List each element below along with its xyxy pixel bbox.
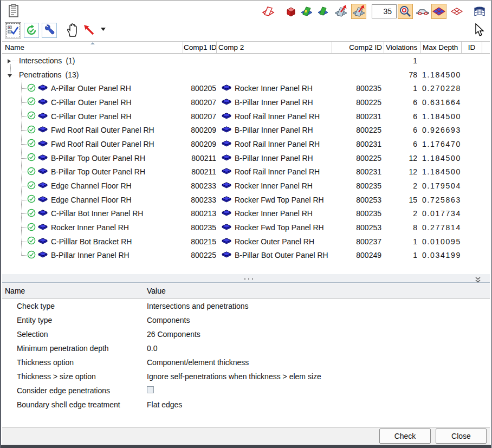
detail-row[interactable]: Boundary shell edge treatmentFlat edges bbox=[2, 398, 490, 412]
results-tree: Intersections(1) 1 Penetrations(13) 78 1… bbox=[2, 54, 490, 275]
component-icon bbox=[222, 84, 231, 93]
footer-bar: Check Close bbox=[2, 427, 490, 445]
expand-expanded-icon[interactable] bbox=[8, 74, 12, 77]
check-button[interactable]: Check bbox=[379, 428, 431, 444]
penetration-row[interactable]: Edge Channel Floor RH 800233 Rocker Fwd … bbox=[2, 193, 490, 207]
component-icon bbox=[222, 140, 231, 148]
details-header-name: Name bbox=[2, 287, 147, 295]
penetration-row[interactable]: Rocker Inner Panel RH 800235 Rocker Fwd … bbox=[2, 220, 490, 235]
column-header-comp2-id[interactable]: Comp2 ID bbox=[332, 42, 384, 53]
component-icon bbox=[38, 126, 48, 134]
check-ok-icon bbox=[27, 194, 36, 205]
tree-group-intersections[interactable]: Intersections(1) 1 bbox=[2, 54, 490, 68]
report-document-icon[interactable] bbox=[7, 4, 21, 18]
expand-collapsed-icon[interactable] bbox=[8, 59, 11, 63]
component-icon bbox=[222, 209, 231, 218]
mesh-table-icon[interactable] bbox=[472, 4, 487, 19]
details-header: Name Value bbox=[2, 283, 490, 299]
depth-number-input[interactable] bbox=[372, 4, 397, 18]
detail-row[interactable]: Minimum penetration depth0.0 bbox=[2, 341, 490, 355]
component-icon bbox=[222, 112, 231, 121]
component-icon bbox=[222, 251, 231, 259]
penetration-row[interactable]: Fwd Roof Rail Outer Panel RH 800209 Roof… bbox=[2, 137, 490, 151]
penetration-vector-icon[interactable] bbox=[333, 4, 348, 19]
check-ok-icon bbox=[27, 223, 36, 233]
detail-row[interactable]: Thickness optionComponent/element thickn… bbox=[2, 355, 490, 369]
check-ok-icon bbox=[27, 167, 36, 177]
component-icon bbox=[38, 181, 48, 190]
window-bottom-edge bbox=[1, 445, 491, 448]
detail-row[interactable]: Check typeIntersections and penetrations bbox=[2, 299, 490, 313]
detail-row[interactable]: Consider edge penetrations bbox=[2, 384, 490, 398]
toolbar-top bbox=[2, 1, 490, 21]
penetration-check-window: Name Comp1 ID Comp 2 Comp2 ID Violations… bbox=[0, 0, 492, 448]
column-header-violations[interactable]: Violations bbox=[384, 42, 421, 53]
component-icon bbox=[38, 167, 48, 176]
results-table-header: Name Comp1 ID Comp 2 Comp2 ID Violations… bbox=[2, 41, 490, 54]
component-icon bbox=[38, 140, 48, 148]
check-ok-icon bbox=[27, 153, 36, 163]
tools-icon[interactable] bbox=[42, 23, 57, 38]
details-header-value: Value bbox=[147, 287, 166, 295]
toolbar-second bbox=[2, 21, 490, 41]
detail-row[interactable]: Selection26 Components bbox=[2, 327, 490, 341]
splitter-handle-icon[interactable] bbox=[244, 278, 253, 280]
column-header-max-depth[interactable]: Max Depth bbox=[421, 42, 462, 53]
column-header-name[interactable]: Name bbox=[2, 42, 183, 53]
select-arrow-icon[interactable] bbox=[81, 22, 98, 38]
component-icon bbox=[222, 237, 231, 246]
contour-result-icon[interactable] bbox=[299, 4, 314, 19]
component-icon bbox=[222, 223, 231, 232]
penetration-row[interactable]: B-Pillar Top Outer Panel RH 800211 B-Pil… bbox=[2, 151, 490, 165]
check-settings-icon[interactable] bbox=[5, 22, 21, 38]
review-zoom-icon[interactable] bbox=[398, 4, 413, 19]
detail-row[interactable]: Entity typeComponents bbox=[2, 313, 490, 327]
mesh-highlight-icon[interactable] bbox=[431, 4, 446, 19]
component-icon bbox=[38, 209, 48, 218]
recompute-icon[interactable] bbox=[24, 23, 39, 38]
check-ok-icon bbox=[27, 181, 36, 191]
penetration-row[interactable]: C-Pillar Bot Inner Panel RH 800213 Rocke… bbox=[2, 207, 490, 221]
component-icon bbox=[38, 251, 48, 259]
component-icon bbox=[38, 223, 48, 232]
penetration-row[interactable]: A-Pillar Outer Panel RH 800205 Rocker In… bbox=[2, 81, 490, 95]
penetration-row[interactable]: C-Pillar Outer Panel RH 800207 Roof Rail… bbox=[2, 109, 490, 124]
check-ok-icon bbox=[27, 111, 36, 121]
detail-row[interactable]: Thickness > size optionIgnore self-penet… bbox=[2, 369, 490, 384]
penetration-row[interactable]: B-Pillar Top Outer Panel RH 800211 Roof … bbox=[2, 165, 490, 179]
car-model-icon[interactable] bbox=[415, 4, 430, 19]
contour-result-2-icon[interactable] bbox=[315, 4, 331, 19]
check-ok-icon bbox=[27, 125, 36, 135]
column-header-comp2[interactable]: Comp 2 bbox=[217, 42, 332, 53]
component-icon bbox=[38, 98, 48, 107]
component-icon bbox=[222, 196, 231, 204]
mesh-outline-icon[interactable] bbox=[449, 4, 464, 19]
column-header-comp1-id[interactable]: Comp1 ID bbox=[183, 42, 217, 53]
tree-group-penetrations[interactable]: Penetrations(13) 78 1.184500 bbox=[2, 68, 490, 82]
check-ok-icon bbox=[27, 139, 36, 149]
consider-edge-penetrations-checkbox[interactable] bbox=[147, 386, 154, 393]
check-ok-icon bbox=[27, 83, 36, 94]
column-header-id[interactable]: ID bbox=[462, 42, 482, 53]
component-icon bbox=[222, 181, 231, 190]
component-icon bbox=[38, 196, 48, 204]
component-icon bbox=[38, 112, 48, 121]
select-arrow-dropdown-icon[interactable] bbox=[101, 27, 106, 31]
component-icon bbox=[222, 154, 231, 163]
pan-hand-icon[interactable] bbox=[64, 22, 80, 38]
component-icon bbox=[38, 84, 48, 93]
intersection-check-icon[interactable] bbox=[261, 4, 276, 19]
penetration-row[interactable]: B-Pillar Inner Panel RH 800225 B-Pillar … bbox=[2, 249, 490, 263]
check-ok-icon bbox=[27, 250, 36, 261]
penetration-row[interactable]: C-Pilllar Bot Bracket RH 800215 Rocker O… bbox=[2, 235, 490, 249]
panel-splitter[interactable] bbox=[2, 275, 490, 283]
close-button[interactable]: Close bbox=[436, 428, 487, 444]
penetration-vector-active-icon[interactable] bbox=[351, 4, 366, 19]
component-icon bbox=[38, 154, 48, 163]
penetration-row[interactable]: Edge Channel Floor RH 800233 Rocker Inne… bbox=[2, 179, 490, 193]
penetration-row[interactable]: C-Pillar Outer Panel RH 800207 B-Pillar … bbox=[2, 95, 490, 109]
penetration-row[interactable]: Fwd Roof Rail Outer Panel RH 800209 B-Pi… bbox=[2, 123, 490, 137]
column-header-filler bbox=[482, 42, 490, 53]
cube-depth-icon[interactable] bbox=[283, 4, 299, 19]
check-ok-icon bbox=[27, 236, 36, 246]
